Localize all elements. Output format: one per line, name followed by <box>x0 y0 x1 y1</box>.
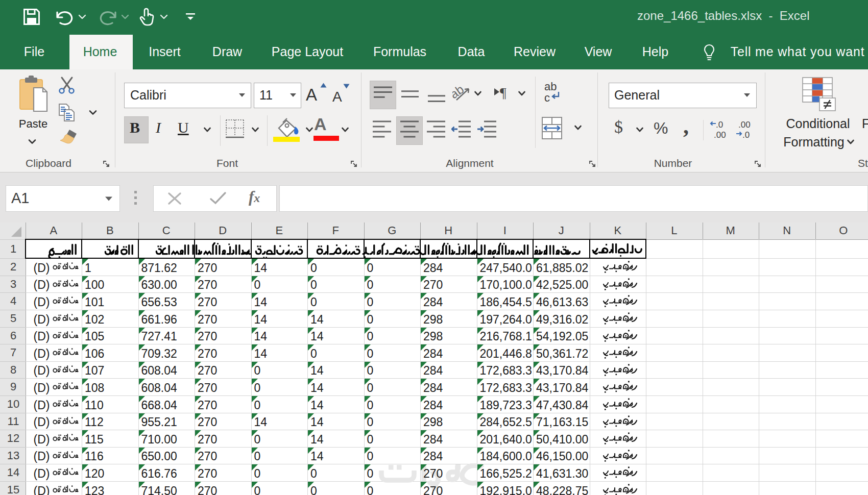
svg-text:.0: .0 <box>742 130 750 140</box>
svg-text:ab: ab <box>452 82 466 101</box>
svg-text:.00: .00 <box>714 130 726 140</box>
svg-text:¶: ¶ <box>500 85 507 101</box>
svg-text:.0: .0 <box>716 120 723 130</box>
svg-text:c: c <box>544 91 550 103</box>
svg-text:.00: .00 <box>738 120 751 130</box>
